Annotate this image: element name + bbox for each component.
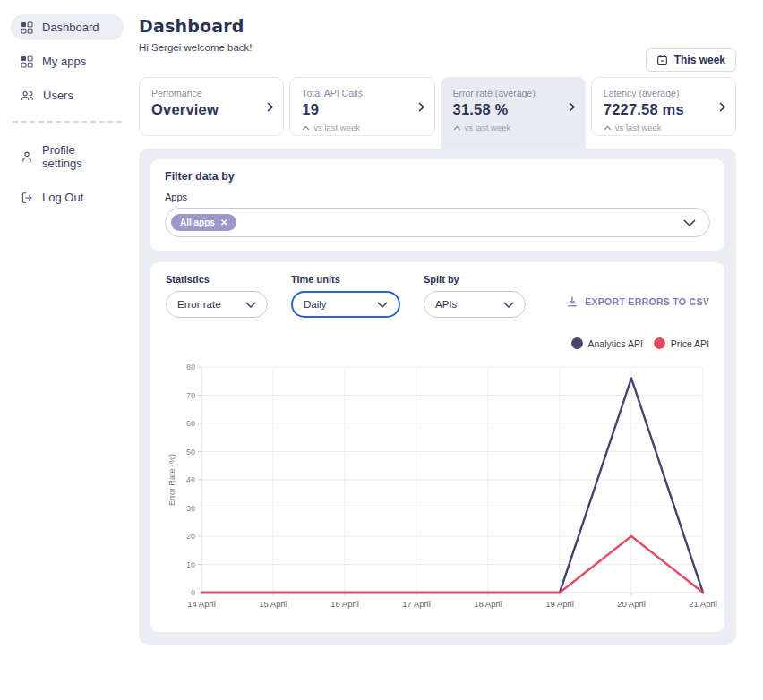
chevron-right-icon: [569, 102, 575, 112]
svg-text:21 April: 21 April: [689, 599, 717, 609]
svg-text:40: 40: [186, 475, 195, 484]
sidebar-item-profile-settings[interactable]: Profile settings: [11, 137, 124, 176]
chip-label: All apps: [180, 218, 215, 227]
statistics-select[interactable]: Error rate: [166, 291, 268, 318]
statistics-value: Error rate: [177, 299, 221, 310]
svg-text:16 April: 16 April: [330, 599, 359, 609]
chevron-down-icon: [683, 219, 696, 226]
page-title: Dashboard: [139, 16, 736, 36]
sidebar: Dashboard My apps Users Profile settings: [0, 0, 134, 700]
svg-text:0: 0: [191, 588, 195, 597]
this-week-button[interactable]: This week: [646, 48, 736, 72]
svg-text:50: 50: [186, 448, 195, 457]
all-apps-chip[interactable]: All apps ✕: [171, 214, 236, 231]
stat-card-error-rate[interactable]: Error rate (average) 31.58 % vs last wee…: [441, 77, 586, 149]
stat-card-latency[interactable]: Latency (average) 7227.58 ms vs last wee…: [591, 77, 736, 136]
chevron-right-icon: [418, 102, 424, 112]
split-by-value: APIs: [435, 299, 457, 310]
chart-card: Statistics Error rate Time units Daily S…: [150, 262, 724, 632]
chevron-down-icon: [503, 302, 514, 308]
export-csv-button[interactable]: EXPORT ERRORS TO CSV: [566, 295, 709, 308]
stat-card-compare: vs last week: [604, 123, 724, 132]
grid-icon: [21, 21, 33, 34]
chart-area: 0102030405060708014 April15 April16 Apri…: [166, 358, 709, 623]
stat-card-label: Total API Calls: [302, 88, 422, 98]
svg-text:20: 20: [186, 532, 195, 541]
chevron-right-icon: [267, 102, 273, 112]
legend-label: Price API: [671, 338, 709, 349]
time-units-select[interactable]: Daily: [291, 291, 400, 318]
sidebar-item-label: My apps: [42, 55, 86, 68]
legend-item: Price API: [654, 337, 709, 349]
chevron-down-icon: [245, 302, 256, 308]
person-icon: [21, 150, 33, 163]
svg-text:70: 70: [186, 391, 195, 400]
time-units-label: Time units: [291, 274, 400, 285]
apps-filter-label: Apps: [165, 192, 710, 202]
download-icon: [566, 295, 579, 308]
chevron-right-icon: [719, 102, 725, 112]
error-chart: 0102030405060708014 April15 April16 Apri…: [166, 358, 731, 619]
stat-card-label: Error rate (average): [453, 88, 573, 98]
split-by-select[interactable]: APIs: [424, 291, 526, 318]
filter-card: Filter data by Apps All apps ✕: [150, 159, 724, 251]
grid-icon: [21, 55, 33, 68]
trend-up-icon: [604, 125, 612, 131]
statistics-control: Statistics Error rate: [166, 274, 268, 318]
users-icon: [21, 90, 34, 102]
stat-card-compare: vs last week: [453, 123, 573, 132]
stat-cards-row: Perfomance Overview Total API Calls 19 v…: [139, 77, 736, 149]
page-header: Dashboard Hi Sergei welcome back! This w…: [139, 0, 736, 53]
compare-label: vs last week: [465, 123, 511, 132]
sidebar-item-my-apps[interactable]: My apps: [11, 48, 124, 74]
stat-card-value: 19: [302, 101, 422, 118]
sidebar-item-dashboard[interactable]: Dashboard: [11, 14, 124, 40]
sidebar-item-label: Dashboard: [42, 21, 99, 34]
export-csv-label: EXPORT ERRORS TO CSV: [585, 296, 709, 307]
stat-card-label: Latency (average): [604, 88, 724, 98]
svg-text:14 April: 14 April: [187, 599, 216, 609]
sidebar-item-label: Log Out: [42, 191, 83, 204]
svg-text:20 April: 20 April: [617, 599, 646, 609]
statistics-label: Statistics: [166, 274, 268, 285]
svg-text:Error Rate (%): Error Rate (%): [167, 454, 176, 506]
svg-text:18 April: 18 April: [474, 599, 502, 609]
calendar-icon: [656, 55, 668, 66]
stat-card-value: Overview: [151, 101, 271, 118]
logout-icon: [21, 192, 33, 204]
apps-multiselect[interactable]: All apps ✕: [165, 208, 710, 237]
stat-card-total-api-calls[interactable]: Total API Calls 19 vs last week: [289, 77, 434, 136]
svg-text:80: 80: [186, 363, 195, 371]
sidebar-item-users[interactable]: Users: [11, 82, 124, 108]
svg-text:10: 10: [186, 560, 195, 569]
compare-label: vs last week: [615, 123, 662, 132]
stat-card-label: Perfomance: [151, 88, 271, 98]
svg-text:19 April: 19 April: [545, 599, 574, 609]
legend-item: Analytics API: [571, 337, 643, 349]
legend-dot-icon: [571, 337, 583, 349]
main-content: Dashboard Hi Sergei welcome back! This w…: [139, 0, 736, 645]
svg-text:30: 30: [186, 504, 195, 513]
trend-up-icon: [302, 125, 310, 131]
stat-card-performance[interactable]: Perfomance Overview: [139, 77, 284, 136]
sidebar-item-log-out[interactable]: Log Out: [11, 184, 124, 210]
split-by-label: Split by: [424, 274, 526, 285]
sidebar-item-label: Profile settings: [42, 143, 114, 170]
chart-controls: Statistics Error rate Time units Daily S…: [166, 274, 709, 318]
time-units-value: Daily: [304, 299, 327, 310]
stat-card-value: 31.58 %: [453, 101, 573, 118]
stat-card-compare: vs last week: [302, 123, 422, 132]
svg-text:17 April: 17 April: [402, 599, 431, 609]
time-units-control: Time units Daily: [291, 274, 400, 318]
legend-dot-icon: [654, 337, 665, 349]
close-icon[interactable]: ✕: [220, 218, 227, 227]
filter-title: Filter data by: [165, 170, 710, 183]
legend-label: Analytics API: [588, 338, 643, 349]
svg-text:60: 60: [186, 419, 195, 428]
sidebar-item-label: Users: [43, 89, 73, 102]
split-by-control: Split by APIs: [424, 274, 526, 318]
this-week-label: This week: [674, 54, 725, 66]
dashboard-panel: Filter data by Apps All apps ✕ Statistic…: [139, 149, 736, 645]
chevron-down-icon: [377, 302, 388, 308]
compare-label: vs last week: [313, 123, 360, 132]
